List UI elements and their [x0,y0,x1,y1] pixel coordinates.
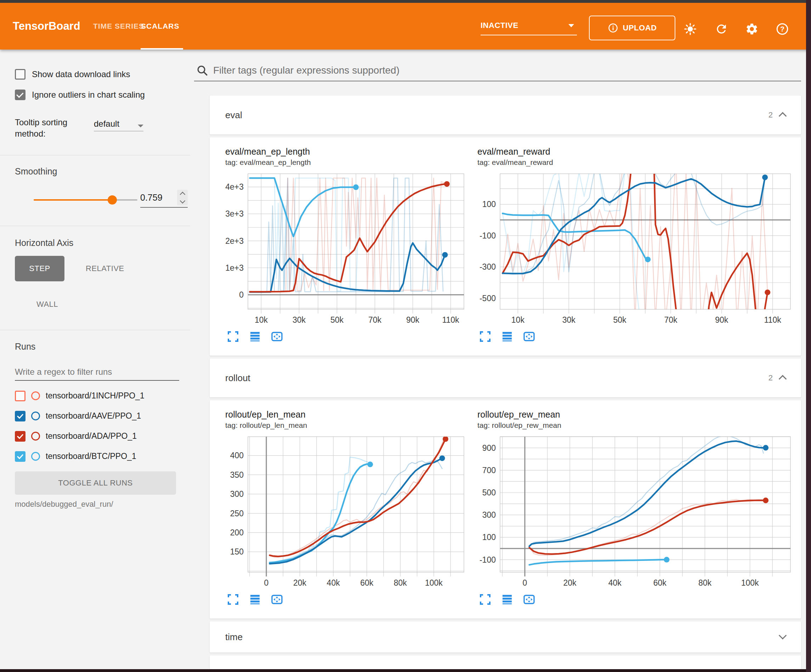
chart-toolbar [479,330,796,343]
axis-step-button[interactable]: STEP [15,256,64,281]
tag-filter-input[interactable]: Filter tags (regular expressions support… [194,60,801,81]
refresh-icon[interactable] [715,22,728,36]
run-isolate-circle[interactable] [31,411,40,420]
app-header: TensorBoard TIME SERIES SCALARS INACTIVE… [0,3,811,49]
app-title: TensorBoard [13,3,80,49]
svg-text:300: 300 [482,510,496,520]
brightness-icon[interactable] [684,22,697,36]
section-title: time [225,631,243,643]
run-checkbox[interactable] [15,431,25,442]
ignore-outliers-checkbox[interactable] [15,90,25,100]
run-row[interactable]: tensorboard/1INCH/PPO_1 [15,386,185,406]
svg-text:70k: 70k [368,315,382,325]
svg-text:900: 900 [482,443,496,453]
show-download-links-checkbox[interactable] [15,69,25,80]
chart-title: rollout/ep_len_mean [225,410,469,420]
svg-text:90k: 90k [715,315,728,325]
svg-text:4e+3: 4e+3 [225,182,244,191]
fit-domain-icon[interactable] [523,330,536,343]
section-header-eval[interactable]: eval 2 [210,96,801,134]
axis-wall-row: WALL [22,294,72,315]
chart-toolbar [227,330,469,343]
window-right-edge[interactable] [806,0,811,672]
data-table-icon[interactable] [249,593,261,606]
fullscreen-icon[interactable] [227,593,239,606]
smoothing-slider-thumb[interactable] [108,195,117,205]
help-icon[interactable]: ? [775,22,789,36]
smoothing-row: 0.759 [0,191,190,211]
chevron-down-icon [568,24,574,27]
run-checkbox[interactable] [15,411,25,421]
fullscreen-icon[interactable] [479,330,492,343]
fullscreen-icon[interactable] [479,593,492,606]
run-isolate-circle[interactable] [31,432,40,440]
status-dropdown[interactable]: INACTIVE [480,16,577,36]
svg-text:0: 0 [264,578,269,587]
stepper-up-icon[interactable] [180,191,185,197]
svg-text:100k: 100k [741,578,759,587]
stepper-down-icon[interactable] [180,198,185,203]
settings-gear-icon[interactable] [745,22,758,36]
smoothing-slider[interactable] [34,199,137,201]
run-checkbox[interactable] [15,391,25,401]
fit-domain-icon[interactable] [523,593,536,606]
run-row[interactable]: tensorboard/BTC/PPO_1 [15,446,185,466]
svg-text:700: 700 [482,466,496,475]
runs-list: tensorboard/1INCH/PPO_1tensorboard/AAVE/… [15,386,185,466]
chart-plot[interactable]: 10k30k50k70k90k110k100-100-300-500 [473,169,796,328]
tab-time-series[interactable]: TIME SERIES [93,3,144,49]
section-count: 2 [769,373,773,383]
run-checkbox[interactable] [15,451,25,462]
axis-relative-button[interactable]: RELATIVE [79,256,131,281]
svg-text:1e+3: 1e+3 [225,263,244,273]
tooltip-sorting-select[interactable]: default [94,119,143,131]
window-top-edge [0,0,811,3]
run-label: tensorboard/AAVE/PPO_1 [46,411,141,421]
chart-plot[interactable]: 020k40k60k80k100k-100100300500700900 [473,432,796,591]
runs-regex-input[interactable]: Write a regex to filter runs [15,364,179,381]
axis-wall-button[interactable]: WALL [22,294,72,315]
fit-domain-icon[interactable] [271,593,283,606]
run-isolate-circle[interactable] [31,452,40,461]
fullscreen-icon[interactable] [227,330,239,343]
horizontal-axis-heading: Horizontal Axis [15,238,73,248]
chevron-up-icon[interactable] [779,112,787,120]
divider [0,330,190,330]
svg-text:70k: 70k [664,315,677,325]
chevron-up-icon[interactable] [779,375,787,383]
tooltip-sorting-value: default [94,119,119,129]
chart-toolbar [227,593,469,606]
data-table-icon[interactable] [501,593,514,606]
chart-card-rollout-ep-len-mean: rollout/ep_len_meantag: rollout/ep_len_m… [221,406,469,606]
tag-filter-placeholder: Filter tags (regular expressions support… [213,65,399,76]
svg-text:80k: 80k [394,578,407,587]
chart-plot[interactable]: 10k30k50k70k90k110k01e+32e+33e+34e+3 [221,169,469,328]
svg-text:20k: 20k [563,578,577,587]
chart-tag-subtitle: tag: rollout/ep_rew_mean [477,421,796,430]
section-header-rollout[interactable]: rollout 2 [210,359,801,398]
smoothing-heading: Smoothing [15,166,58,176]
search-icon [196,64,208,76]
tensorboard-app: TensorBoard TIME SERIES SCALARS INACTIVE… [0,0,811,672]
svg-text:50k: 50k [613,315,627,325]
chevron-down-icon[interactable] [779,631,787,640]
section-header-time[interactable]: time [210,621,801,653]
smoothing-value-field[interactable]: 0.759 [140,190,188,208]
number-stepper[interactable] [177,190,188,205]
toggle-all-runs-button[interactable]: TOGGLE ALL RUNS [15,471,176,495]
svg-text:150: 150 [230,547,244,556]
data-table-icon[interactable] [249,330,261,343]
active-tab-underline [141,48,183,49]
svg-text:10k: 10k [254,315,268,325]
upload-button[interactable]: UPLOAD [589,15,675,41]
fit-domain-icon[interactable] [271,330,283,343]
data-table-icon[interactable] [501,330,514,343]
run-row[interactable]: tensorboard/ADA/PPO_1 [15,426,185,446]
chart-plot[interactable]: 020k40k60k80k100k150200250300350400 [221,432,469,591]
svg-text:3e+3: 3e+3 [225,209,244,218]
chart-toolbar [479,593,796,606]
run-isolate-circle[interactable] [31,391,40,400]
run-row[interactable]: tensorboard/AAVE/PPO_1 [15,406,185,426]
tab-scalars[interactable]: SCALARS [141,3,180,49]
run-label: tensorboard/1INCH/PPO_1 [46,391,144,401]
